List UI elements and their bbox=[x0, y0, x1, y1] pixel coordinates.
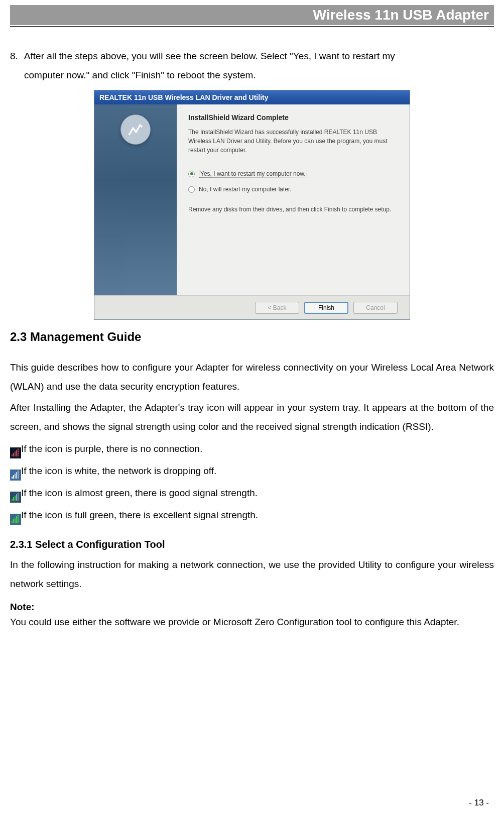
signal-white-icon bbox=[10, 470, 21, 481]
wizard-icon bbox=[120, 114, 151, 145]
svg-rect-3 bbox=[15, 451, 16, 456]
radio-yes-label: Yes, I want to restart my computer now. bbox=[199, 170, 307, 178]
radio-restart-later[interactable]: No, I will restart my computer later. bbox=[188, 186, 399, 193]
svg-rect-15 bbox=[15, 496, 16, 501]
header-title: Wireless 11n USB Adapter bbox=[313, 7, 489, 23]
radio-restart-now[interactable]: Yes, I want to restart my computer now. bbox=[188, 170, 399, 178]
note-text: You could use either the software we pro… bbox=[10, 613, 494, 632]
finish-button[interactable]: Finish bbox=[304, 302, 348, 314]
svg-rect-10 bbox=[16, 472, 17, 479]
dialog-footer: < Back Finish Cancel bbox=[94, 295, 410, 319]
mg-paragraph-1: This guide describes how to configure yo… bbox=[10, 358, 494, 396]
svg-rect-20 bbox=[13, 519, 14, 523]
signal-white-text: If the icon is white, the network is dro… bbox=[21, 461, 216, 481]
svg-rect-2 bbox=[13, 453, 14, 456]
svg-rect-19 bbox=[12, 521, 13, 523]
signal-purple-line: If the icon is purple, there is no conne… bbox=[10, 439, 494, 458]
signal-purple-icon bbox=[10, 447, 21, 458]
radio-unselected-icon bbox=[188, 186, 195, 193]
dialog-titlebar: REALTEK 11n USB Wireless LAN Driver and … bbox=[94, 90, 410, 104]
signal-almost-green-line: If the icon is almost green, there is go… bbox=[10, 484, 494, 503]
signal-full-green-line: If the icon is full green, there is exce… bbox=[10, 506, 494, 525]
svg-rect-14 bbox=[13, 497, 14, 501]
svg-rect-23 bbox=[18, 515, 19, 523]
svg-rect-22 bbox=[16, 516, 17, 523]
signal-full-green-icon bbox=[10, 514, 21, 525]
cancel-button: Cancel bbox=[353, 302, 398, 314]
section-heading-2-3-1: 2.3.1 Select a Configuration Tool bbox=[10, 539, 494, 550]
svg-rect-21 bbox=[15, 518, 16, 523]
wizard-paragraph-2: Remove any disks from their drives, and … bbox=[188, 205, 399, 214]
wizard-heading: InstallShield Wizard Complete bbox=[188, 113, 399, 122]
signal-purple-text: If the icon is purple, there is no conne… bbox=[21, 439, 202, 458]
cfg-paragraph-1: In the following instruction for making … bbox=[10, 555, 494, 594]
page-number: - 13 - bbox=[469, 798, 489, 808]
install-dialog: REALTEK 11n USB Wireless LAN Driver and … bbox=[94, 90, 410, 320]
radio-selected-icon bbox=[188, 171, 195, 177]
dialog-sidebar bbox=[94, 104, 177, 295]
svg-rect-1 bbox=[12, 454, 13, 456]
dialog-body: InstallShield Wizard Complete The Instal… bbox=[94, 104, 410, 295]
mg-paragraph-2: After Installing the Adapter, the Adapte… bbox=[10, 398, 494, 436]
signal-full-green-text: If the icon is full green, there is exce… bbox=[21, 506, 258, 525]
svg-rect-8 bbox=[13, 475, 14, 479]
step-line2: computer now." and click "Finish" to reb… bbox=[10, 70, 256, 80]
svg-rect-7 bbox=[12, 477, 13, 479]
dialog-title-text: REALTEK 11n USB Wireless LAN Driver and … bbox=[99, 93, 268, 101]
svg-rect-4 bbox=[16, 450, 17, 456]
note-label: Note: bbox=[10, 602, 494, 613]
radio-no-label: No, I will restart my computer later. bbox=[199, 186, 292, 193]
svg-rect-13 bbox=[12, 499, 13, 501]
step-line1: After all the steps above, you will see … bbox=[24, 51, 395, 61]
svg-rect-5 bbox=[18, 448, 19, 456]
dialog-content: InstallShield Wizard Complete The Instal… bbox=[177, 104, 410, 295]
svg-rect-16 bbox=[16, 494, 17, 501]
step-number: 8. bbox=[10, 51, 18, 61]
signal-white-line: If the icon is white, the network is dro… bbox=[10, 461, 494, 481]
svg-rect-17 bbox=[18, 493, 19, 501]
signal-almost-green-icon bbox=[10, 492, 21, 503]
signal-almost-green-text: If the icon is almost green, there is go… bbox=[21, 484, 258, 503]
dialog-screenshot: REALTEK 11n USB Wireless LAN Driver and … bbox=[10, 90, 494, 320]
section-heading-2-3: 2.3 Management Guide bbox=[10, 330, 494, 344]
header-rule bbox=[10, 26, 494, 27]
svg-rect-11 bbox=[18, 471, 19, 479]
step-paragraph: 8.After all the steps above, you will se… bbox=[10, 47, 494, 85]
svg-rect-9 bbox=[15, 474, 16, 479]
back-button: < Back bbox=[255, 302, 299, 314]
page-header: Wireless 11n USB Adapter bbox=[10, 5, 494, 25]
wizard-paragraph-1: The InstallShield Wizard has successfull… bbox=[188, 128, 399, 155]
